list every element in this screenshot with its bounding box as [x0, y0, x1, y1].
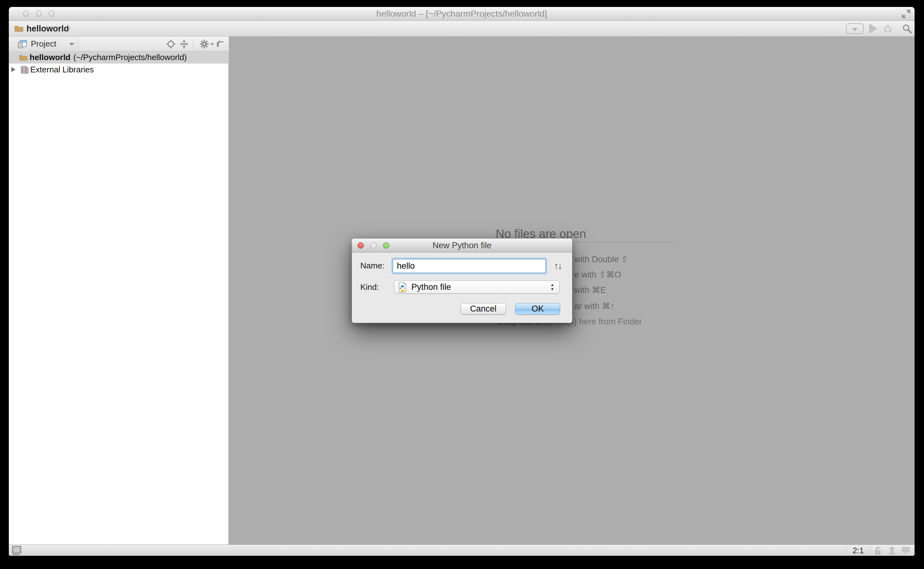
kind-dropdown[interactable]: Python file ▲ ▼ [394, 280, 559, 294]
hint-open-file: e with ⇧⌘O [574, 270, 621, 280]
new-python-file-dialog: New Python file Name: ↑↓ Kind: Python fi… [352, 239, 572, 323]
fullscreen-icon[interactable] [901, 9, 911, 18]
tree-row-external-libraries[interactable]: External Libraries [9, 64, 229, 76]
locate-file-icon[interactable] [166, 40, 176, 49]
dialog-titlebar[interactable]: New Python file [352, 239, 572, 253]
pycharm-window: helloworld – [~/PycharmProjects/hellowor… [9, 7, 915, 556]
navigation-bar: helloworld [9, 21, 915, 37]
run-configuration-select[interactable] [846, 23, 863, 34]
project-tool-window: Project [9, 37, 229, 545]
debug-button[interactable] [883, 24, 892, 33]
lock-widget[interactable] [871, 546, 885, 555]
hide-panel-icon[interactable] [215, 40, 225, 49]
python-file-icon [398, 282, 407, 292]
folder-icon [14, 25, 23, 32]
toggle-toolwindows-icon[interactable] [12, 546, 21, 556]
breadcrumb-item-helloworld[interactable]: helloworld [26, 21, 69, 37]
caret-position-widget[interactable]: 2:1 [847, 546, 869, 555]
window-titlebar[interactable]: helloworld – [~/PycharmProjects/hellowor… [9, 7, 915, 21]
folder-icon [19, 54, 27, 61]
hector-inspector-icon [887, 546, 897, 555]
window-title: helloworld – [~/PycharmProjects/hellowor… [9, 7, 915, 21]
settings-gear-icon[interactable] [199, 40, 209, 49]
hint-navigation-bar: ar with ⌘↑ [574, 301, 615, 311]
project-view-selector[interactable]: Project [9, 37, 79, 51]
name-label: Name: [360, 260, 384, 271]
event-log-widget[interactable] [899, 546, 913, 555]
tree-row-project-root[interactable]: helloworld(~/PycharmProjects/helloworld) [9, 51, 229, 64]
speech-bubble-icon [901, 546, 910, 555]
dialog-title: New Python file [352, 239, 572, 253]
chevron-down-icon [69, 43, 74, 46]
inspections-profile-widget[interactable] [885, 546, 899, 555]
status-bar-widgets: 2:1 [845, 545, 913, 556]
chevron-down-icon [852, 28, 857, 31]
external-libraries-label: External Libraries [30, 64, 94, 76]
kind-label: Kind: [360, 282, 379, 292]
toolbar-separator [193, 39, 193, 49]
kind-value: Python file [411, 281, 451, 293]
chevron-down-icon [210, 43, 214, 45]
status-separator [870, 546, 871, 555]
stepper-arrows-icon[interactable]: ▲ ▼ [550, 283, 555, 291]
collapse-all-icon[interactable] [179, 40, 189, 49]
project-panel-title: Project [31, 37, 56, 51]
stepper-down: ▼ [550, 287, 555, 291]
history-arrows-icon[interactable]: ↑↓ [554, 260, 561, 271]
project-view-icon [18, 40, 27, 49]
unlocked-icon [874, 546, 883, 555]
project-path: (~/PycharmProjects/helloworld) [73, 53, 187, 62]
file-name-input[interactable] [392, 259, 546, 273]
project-panel-header: Project [9, 37, 229, 51]
search-icon[interactable] [902, 24, 912, 33]
hint-search-everywhere: with Double ⇧ [574, 254, 628, 264]
stepper-up: ▲ [550, 283, 555, 287]
run-button[interactable] [869, 24, 877, 33]
chevron-right-icon [66, 24, 71, 33]
ok-button[interactable]: OK [515, 303, 560, 315]
project-name: helloworld [30, 53, 70, 62]
expand-arrow-icon[interactable] [11, 67, 15, 72]
hint-recent-files: with ⌘E [574, 285, 606, 295]
status-bar: 2:1 [9, 545, 915, 556]
project-root-label: helloworld(~/PycharmProjects/helloworld) [30, 51, 187, 64]
cancel-button[interactable]: Cancel [460, 303, 506, 315]
libraries-icon [21, 65, 29, 74]
